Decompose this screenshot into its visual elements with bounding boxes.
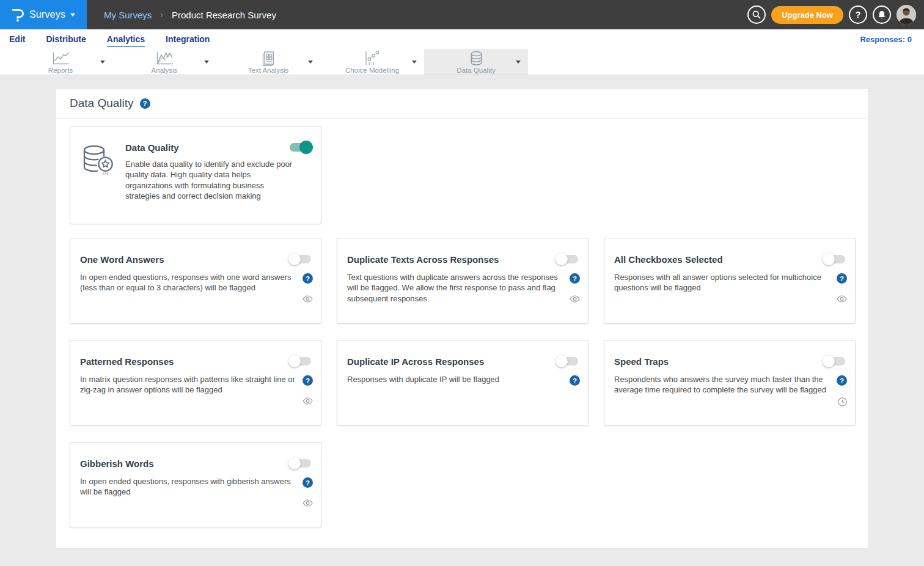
toolbar-item-reports[interactable]: Reports	[9, 49, 112, 75]
eye-icon[interactable]	[837, 295, 847, 303]
one-word-answers-toggle[interactable]	[290, 255, 311, 263]
product-caret-icon	[70, 13, 75, 17]
panel-header: Data Quality ?	[56, 89, 868, 119]
toolbar-item-label: Data Quality	[457, 67, 495, 74]
toggle-knob	[823, 355, 835, 367]
card-description: Respondents who answers the survey much …	[614, 374, 829, 395]
help-button[interactable]: ?	[849, 6, 867, 24]
card-title: Duplicate IP Across Responses	[347, 356, 578, 367]
toolbar-item-label: Choice Modelling	[345, 67, 399, 74]
dropdown-caret-icon[interactable]	[308, 61, 313, 64]
feature-card-description: Enable data quality to identify and excl…	[125, 159, 298, 202]
toolbar-item-data-quality[interactable]: Data Quality	[424, 49, 528, 75]
card-description: Responses with duplicate IP will be flag…	[347, 374, 562, 384]
product-switcher[interactable]: Surveys	[0, 0, 87, 29]
dropdown-caret-icon[interactable]	[516, 61, 521, 64]
card-help-button[interactable]: ?	[837, 375, 847, 386]
toggle-knob	[288, 253, 301, 265]
scatter-chart-icon	[364, 51, 380, 66]
card-help-icon: ?	[302, 273, 313, 284]
toggle-knob	[299, 141, 313, 154]
eye-icon[interactable]	[302, 397, 313, 405]
line-chart-icon	[51, 51, 70, 66]
questionpro-logo-icon	[12, 7, 24, 23]
user-avatar[interactable]	[897, 5, 916, 24]
speed-traps-toggle[interactable]	[824, 357, 845, 366]
nav-link-integration[interactable]: Integration	[166, 32, 210, 47]
breadcrumb: My Surveys › Product Research Survey	[104, 10, 276, 20]
breadcrumb-separator-icon: ›	[160, 10, 163, 20]
card-description: In matrix question responses with patter…	[80, 374, 295, 395]
nav-link-distribute[interactable]: Distribute	[46, 32, 86, 47]
card-help-button[interactable]: ?	[570, 273, 580, 284]
card-help-icon: ?	[570, 273, 580, 284]
card-title: All Checkboxes Selected	[614, 254, 845, 265]
patterned-responses-toggle[interactable]	[290, 357, 311, 366]
document-grid-icon	[261, 51, 276, 66]
toolbar-item-label: Reports	[48, 67, 73, 74]
card-patterned-responses: Patterned Responses In matrix question r…	[70, 340, 321, 426]
search-icon	[752, 10, 761, 19]
card-help-button[interactable]: ?	[570, 375, 580, 386]
upgrade-now-button[interactable]: Upgrade Now	[771, 6, 843, 24]
card-title: Duplicate Texts Across Responses	[347, 254, 578, 265]
card-one-word-answers: One Word Answers In open ended questions…	[70, 238, 321, 324]
toggle-knob	[556, 253, 568, 265]
top-bar: Surveys My Surveys › Product Research Su…	[0, 0, 924, 29]
toolbar-item-text-analysis[interactable]: Text Analysis	[216, 49, 320, 75]
duplicate-ip-across-responses-toggle[interactable]	[557, 357, 578, 366]
dropdown-caret-icon[interactable]	[100, 61, 105, 64]
eye-icon[interactable]	[570, 295, 580, 303]
card-all-checkboxes-selected: All Checkboxes Selected Responses with a…	[604, 238, 856, 324]
search-button[interactable]	[747, 6, 766, 24]
data-quality-toggle[interactable]	[290, 143, 311, 152]
notifications-button[interactable]	[873, 6, 891, 24]
rule-cards-grid: One Word Answers In open ended questions…	[70, 238, 854, 528]
card-help-icon: ?	[837, 375, 847, 386]
card-duplicate-ip-across-responses: Duplicate IP Across Responses Responses …	[337, 340, 588, 426]
survey-nav: Edit Distribute Analytics Integration Re…	[0, 29, 924, 49]
page-help-icon[interactable]: ?	[140, 98, 150, 109]
card-help-button[interactable]: ?	[302, 375, 313, 386]
breadcrumb-current-survey: Product Research Survey	[172, 10, 276, 20]
card-description: In open ended questions, responses with …	[80, 272, 295, 293]
card-help-icon: ?	[302, 477, 313, 488]
card-help-button[interactable]: ?	[302, 273, 313, 284]
clock-icon[interactable]	[838, 397, 847, 406]
duplicate-texts-across-responses-toggle[interactable]	[557, 255, 578, 263]
toolbar-item-label: Analysis	[152, 67, 178, 74]
toolbar-item-choice-modelling[interactable]: Choice Modelling	[320, 49, 424, 75]
breadcrumb-my-surveys[interactable]: My Surveys	[104, 10, 152, 20]
page-title: Data Quality	[70, 97, 134, 110]
data-quality-feature-card: Data Quality Enable data quality to iden…	[70, 126, 321, 224]
dropdown-caret-icon[interactable]	[204, 61, 209, 64]
eye-icon[interactable]	[302, 499, 313, 507]
nav-link-edit[interactable]: Edit	[9, 32, 25, 47]
toggle-knob	[288, 355, 301, 367]
card-title: Gibberish Words	[80, 458, 311, 469]
eye-icon[interactable]	[302, 295, 313, 303]
question-mark-icon: ?	[856, 10, 861, 20]
toggle-knob	[823, 253, 835, 265]
card-description: In open ended questions, responses with …	[80, 476, 295, 498]
database-award-icon	[81, 144, 115, 178]
toggle-knob	[556, 355, 568, 367]
card-description: Responses with all answer options select…	[614, 272, 829, 293]
area-chart-icon	[155, 51, 174, 66]
gibberish-words-toggle[interactable]	[290, 459, 311, 468]
topbar-actions: Upgrade Now ?	[747, 5, 924, 24]
card-duplicate-texts-across-responses: Duplicate Texts Across Responses Text qu…	[337, 238, 588, 324]
card-description: Text questions with duplicate answers ac…	[347, 272, 562, 304]
card-speed-traps: Speed Traps Respondents who answers the …	[604, 340, 856, 426]
database-icon	[469, 51, 483, 66]
card-title: One Word Answers	[80, 254, 311, 265]
responses-count: Responses: 0	[860, 35, 914, 44]
card-help-button[interactable]: ?	[302, 477, 313, 488]
card-help-button[interactable]: ?	[837, 273, 847, 284]
nav-link-analytics[interactable]: Analytics	[107, 32, 145, 47]
bell-icon	[878, 10, 886, 20]
analytics-toolbar: Reports Analysis Text Analysis Choice Mo…	[0, 49, 924, 75]
all-checkboxes-selected-toggle[interactable]	[824, 255, 845, 263]
dropdown-caret-icon[interactable]	[412, 61, 417, 64]
toolbar-item-analysis[interactable]: Analysis	[112, 49, 216, 75]
